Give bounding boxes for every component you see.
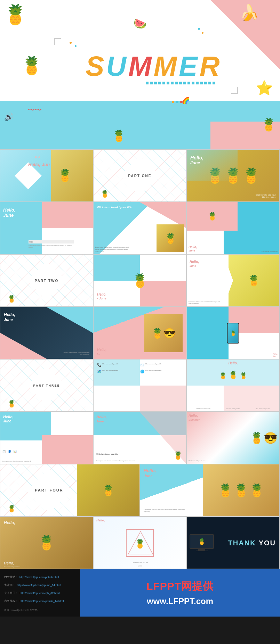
wave-decoration: 〜〜 xyxy=(28,105,42,115)
link-item-1: PPT网站： http://www.lfppt.com/pptmb.html xyxy=(4,573,76,579)
slide-thumb-12: 🍍 Hello,Jun xyxy=(186,307,280,359)
click-title-5: Click here to add your title xyxy=(97,206,132,209)
pineapple-22: 🍍 xyxy=(135,538,145,548)
pineapple-19: 🍍 xyxy=(7,504,16,513)
slide-thumb-8: 🍍 Hello,- June xyxy=(93,254,186,307)
text-20: Click here to add your title. Lorem ipsu… xyxy=(144,509,185,513)
slide-thumb-22: 🍍 Hello, Click here to add your title LF… xyxy=(93,517,186,569)
thank-you-text-container: THANK YOU xyxy=(228,539,276,547)
slide-row-1: 🍍 2019 Hello, Jun PART ONE 🍍 🍍🍍🍍 xyxy=(0,149,280,202)
icon-item-2: ✉️ Click here to add your title xyxy=(140,363,181,367)
pink-br-16 xyxy=(42,435,93,464)
pineapple-trio-15: 🍍 🍍 🍍 xyxy=(219,371,247,380)
hello-12: Hello,Jun xyxy=(273,353,278,357)
hello-20: Hello,June xyxy=(144,468,156,478)
hello-11: Hello,I... xyxy=(97,348,106,355)
main-cover-slide: 🍍 🍌 🍉 🍍 ⭐ 🍍 🍍 〜〜 SUMMER 🌈 🔊 xyxy=(0,0,280,149)
slide-row-8: 🍍 Hello, Hello, Click here to add your t… xyxy=(0,517,280,569)
slide-thumb-9: 🍍 Hello,June Lorem ipsum dolor sit amet … xyxy=(186,254,280,307)
pink-photo-6: 🍍 xyxy=(187,202,238,231)
corner-bracket-tl xyxy=(54,38,61,45)
globe-icon: 🌐 xyxy=(140,370,144,373)
hello-16: Hello,June xyxy=(3,415,14,423)
blue-left-12 xyxy=(187,307,229,359)
dot-row xyxy=(172,101,183,103)
dot-blue-2 xyxy=(198,28,200,30)
text-6: Click here to add your title xyxy=(250,250,278,252)
pineapple-bottom-icon: 🍍 xyxy=(112,129,126,142)
link-url-4: http://www.lfppt.com/pptmb_14.html xyxy=(19,600,64,603)
pink-br-15 xyxy=(224,386,279,412)
link-url-3: http://www.lfppt.com/zjb_67.html xyxy=(19,592,59,595)
pineapple-sunglasses-18: 🍍😎 xyxy=(250,431,278,445)
pineapple-17: 🍍 xyxy=(173,451,183,460)
hello-15: Hello, xyxy=(228,361,238,365)
bottom-right-brand: LFPPT网提供 www.LFPPT.com xyxy=(80,569,280,617)
body-text-5: Lorem ipsum dolor sit amet, consectetur … xyxy=(95,246,130,252)
slide-thumb-11: 🍍😎 Hello,I... xyxy=(93,307,186,359)
url-text-22: LFPPT xyxy=(138,565,142,567)
pineapple-13: 🍍 xyxy=(7,399,16,408)
pineapple-photo-20: 🍍🍍🍍 xyxy=(203,464,279,516)
starfruit-icon: ⭐ xyxy=(256,80,273,96)
pine-1: 🍍 xyxy=(219,372,227,380)
text-b: Click here to add your title xyxy=(222,408,244,410)
slide-thumb-20: 🍍🍍🍍 Hello,June Click here to add your ti… xyxy=(140,464,280,517)
pineapple-photo-9: 🍍 xyxy=(229,255,279,306)
click-title-17: Click here to add your title xyxy=(96,453,118,455)
mail-icon: ✉️ xyxy=(140,363,144,367)
slide-thumb-17: Hello,June Click here to add your title … xyxy=(93,412,186,464)
slides-thumbnail-grid: 🍍 2019 Hello, Jun PART ONE 🍍 🍍🍍🍍 xyxy=(0,149,280,569)
lfppt-brand-title: LFPPT网提供 xyxy=(146,579,214,594)
hello-10: Hello,June xyxy=(4,312,15,322)
hello-8: Hello,- June xyxy=(97,292,106,300)
link-label-4: 商务模板： xyxy=(4,600,18,603)
slide-thumb-19: PART FOUR 🍍 🍍 xyxy=(0,464,140,517)
link-url-2: http://www.lfppt.com/pptmb_14.html xyxy=(17,584,61,587)
summer-title: SUMMER xyxy=(86,50,222,82)
bottom-section: PPT网站： http://www.lfppt.com/pptmb.html 书… xyxy=(0,569,280,617)
slide-row-3: PART TWO 🍍 🍍 Hello,- June 🍍 Hello,June L… xyxy=(0,254,280,307)
pineapple-7: 🍍 xyxy=(7,295,16,303)
click-text-22: Click here to add your title xyxy=(132,562,148,563)
icon-text-2: Click here to add your title xyxy=(145,363,161,365)
icon-text-1: Click here to add your title xyxy=(102,363,118,365)
icons-row-16: 📋 👤 📊 xyxy=(2,450,17,453)
pineapple-8: 🍍 xyxy=(132,273,148,288)
hello-9: Hello,June xyxy=(190,260,199,267)
slide-thumb-7: PART TWO 🍍 xyxy=(0,254,93,307)
weibo-link: 微博：www.lfppt.com/ LFPPT5 xyxy=(4,606,76,612)
hello-21: Hello, xyxy=(4,520,15,525)
slide-thumb-23-thank-you: 🍍 THANK YOU xyxy=(186,517,280,569)
text-10: Click here to add your title. Lorem ipsu… xyxy=(62,352,89,356)
watermelon-icon: 🍉 xyxy=(134,17,146,30)
slide-thumb-16: Hello,June 📋 👤 📊 Lorem ipsum dolor sit a… xyxy=(0,412,93,464)
slide-thumb-6: 🍍 Hello,June Click here to add your titl… xyxy=(186,202,280,254)
weibo-text: 微博：www.lfppt.com/ LFPPT5 xyxy=(4,609,38,611)
slide-row-7: PART FOUR 🍍 🍍 🍍🍍🍍 Hello,June Click here … xyxy=(0,464,280,517)
icon-text-4: Click here to add your title xyxy=(145,370,161,372)
speaker-icon: 🔊 xyxy=(4,113,14,122)
pineapple-small-1: 🍍 xyxy=(101,190,109,198)
icon-c: 📊 xyxy=(13,450,17,453)
dot-orange-2 xyxy=(202,32,203,34)
lfppt-url: www.LFPPT.com xyxy=(147,596,213,606)
photo-area-20: 🍍🍍🍍 xyxy=(203,464,279,516)
slide-row-2: Hello, June 标题 Lorem ipsum dolor sit ame… xyxy=(0,202,280,254)
link-item-3: 个人简历： http://www.lfppt.com/zjb_67.html xyxy=(4,589,76,595)
hello-label-3: Hello, June xyxy=(190,155,203,165)
hello-22: Hello, xyxy=(96,519,105,522)
text-17: Lorem ipsum dolor sit amet, consectetur … xyxy=(96,460,145,462)
slide-thumb-3: 🍍🍍🍍 Hello, June Click here to add yourti… xyxy=(186,149,280,202)
link-label-1: PPT网站： xyxy=(4,576,18,579)
slide-row-4: Hello,June Click here to add your title.… xyxy=(0,307,280,359)
rainbow-icon: 🌈 xyxy=(182,97,190,104)
slide-thumb-21: 🍍 Hello, Hello, Click here to add your t… xyxy=(0,517,93,569)
bottom-left-links: PPT网站： http://www.lfppt.com/pptmb.html 书… xyxy=(0,569,80,617)
text-18: Click here to add your title here xyxy=(189,460,230,462)
dot-blue-1 xyxy=(75,45,77,47)
slide-thumb-14: 📞 Click here to add your title ✉️ Click … xyxy=(93,359,186,412)
year-2019: 2019 xyxy=(35,156,40,158)
monitor-base xyxy=(196,551,208,551)
monitor-mockup: 🍍 xyxy=(190,534,214,552)
